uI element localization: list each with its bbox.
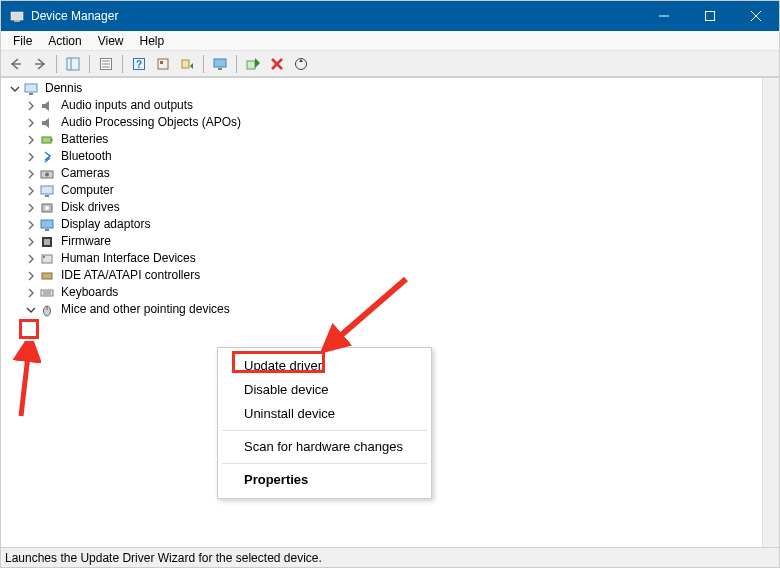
chevron-right-icon[interactable] — [23, 268, 39, 284]
ctx-properties[interactable]: Properties — [220, 468, 429, 492]
battery-icon — [39, 132, 55, 148]
ctx-uninstall-device[interactable]: Uninstall device — [220, 402, 429, 426]
tree-category-9[interactable]: Human Interface Devices — [5, 250, 779, 267]
tree-category-1[interactable]: Audio Processing Objects (APOs) — [5, 114, 779, 131]
chevron-right-icon[interactable] — [23, 251, 39, 267]
svg-rect-6 — [12, 63, 21, 64]
svg-rect-0 — [11, 12, 23, 20]
tree-category-label: Audio Processing Objects (APOs) — [59, 114, 243, 131]
svg-rect-19 — [214, 59, 226, 67]
chevron-right-icon[interactable] — [23, 234, 39, 250]
svg-rect-8 — [67, 58, 79, 70]
tree-category-label: Firmware — [59, 233, 113, 250]
device-manager-icon — [9, 8, 25, 24]
context-menu: Update driver Disable device Uninstall d… — [217, 347, 432, 499]
menu-action[interactable]: Action — [40, 32, 89, 50]
svg-rect-18 — [182, 60, 189, 68]
svg-rect-27 — [42, 137, 51, 143]
chevron-down-icon[interactable] — [7, 81, 23, 97]
chevron-right-icon[interactable] — [23, 285, 39, 301]
chevron-right-icon[interactable] — [23, 217, 39, 233]
svg-rect-28 — [51, 138, 53, 141]
chevron-down-icon[interactable] — [23, 302, 39, 318]
svg-rect-32 — [45, 195, 49, 197]
titlebar: Device Manager — [1, 1, 779, 31]
toolbar: ? — [1, 51, 779, 77]
svg-rect-21 — [247, 61, 255, 69]
tree-category-11[interactable]: Keyboards — [5, 284, 779, 301]
tree-category-12[interactable]: Mice and other pointing devices — [5, 301, 779, 318]
tree-category-2[interactable]: Batteries — [5, 131, 779, 148]
mouse-icon — [39, 302, 55, 318]
tree-category-label: IDE ATA/ATAPI controllers — [59, 267, 202, 284]
monitor-action-button[interactable] — [209, 53, 231, 75]
tree-category-3[interactable]: Bluetooth — [5, 148, 779, 165]
tree-category-label: Audio inputs and outputs — [59, 97, 195, 114]
tree-category-4[interactable]: Cameras — [5, 165, 779, 182]
audio-icon — [39, 115, 55, 131]
bluetooth-icon — [39, 149, 55, 165]
nav-back-button[interactable] — [5, 53, 27, 75]
maximize-button[interactable] — [687, 1, 733, 31]
scan-hardware-button[interactable] — [290, 53, 312, 75]
tree-category-5[interactable]: Computer — [5, 182, 779, 199]
tree-root-label: Dennis — [43, 80, 84, 97]
ctx-disable-device[interactable]: Disable device — [220, 378, 429, 402]
svg-rect-17 — [160, 61, 163, 64]
tree-category-0[interactable]: Audio inputs and outputs — [5, 97, 779, 114]
nav-forward-button[interactable] — [29, 53, 51, 75]
camera-icon — [39, 166, 55, 182]
tree-category-label: Batteries — [59, 131, 110, 148]
status-bar: Launches the Update Driver Wizard for th… — [1, 547, 779, 567]
chevron-right-icon[interactable] — [23, 115, 39, 131]
tree-category-8[interactable]: Firmware — [5, 233, 779, 250]
computer-icon — [23, 81, 39, 97]
computer-icon — [39, 183, 55, 199]
properties-button[interactable] — [95, 53, 117, 75]
svg-rect-31 — [41, 186, 53, 194]
chevron-right-icon[interactable] — [23, 166, 39, 182]
menubar: File Action View Help — [1, 31, 779, 51]
device-tree[interactable]: DennisAudio inputs and outputsAudio Proc… — [1, 78, 779, 320]
tree-category-label: Computer — [59, 182, 116, 199]
menu-view[interactable]: View — [90, 32, 132, 50]
enable-device-button[interactable] — [242, 53, 264, 75]
tree-root-node[interactable]: Dennis — [5, 80, 779, 97]
chevron-right-icon[interactable] — [23, 98, 39, 114]
ctx-update-driver[interactable]: Update driver — [220, 354, 429, 378]
svg-rect-38 — [44, 239, 50, 245]
tree-category-label: Cameras — [59, 165, 112, 182]
chevron-right-icon[interactable] — [23, 149, 39, 165]
audio-icon — [39, 98, 55, 114]
action-1-button[interactable] — [152, 53, 174, 75]
tree-category-label: Bluetooth — [59, 148, 114, 165]
svg-rect-42 — [41, 290, 53, 296]
close-button[interactable] — [733, 1, 779, 31]
tree-category-label: Human Interface Devices — [59, 250, 198, 267]
chevron-right-icon[interactable] — [23, 183, 39, 199]
minimize-button[interactable] — [641, 1, 687, 31]
window-title: Device Manager — [31, 9, 118, 23]
tree-category-label: Disk drives — [59, 199, 122, 216]
hid-icon — [39, 251, 55, 267]
tree-category-7[interactable]: Display adaptors — [5, 216, 779, 233]
uninstall-device-button[interactable] — [266, 53, 288, 75]
menu-help[interactable]: Help — [132, 32, 173, 50]
tree-category-10[interactable]: IDE ATA/ATAPI controllers — [5, 267, 779, 284]
menu-file[interactable]: File — [5, 32, 40, 50]
chevron-right-icon[interactable] — [23, 132, 39, 148]
display-icon — [39, 217, 55, 233]
help-button[interactable]: ? — [128, 53, 150, 75]
tree-category-6[interactable]: Disk drives — [5, 199, 779, 216]
ctx-separator-1 — [222, 430, 427, 431]
tree-category-label: Display adaptors — [59, 216, 152, 233]
ctx-scan-hardware[interactable]: Scan for hardware changes — [220, 435, 429, 459]
show-hide-console-tree-button[interactable] — [62, 53, 84, 75]
ide-icon — [39, 268, 55, 284]
disk-icon — [39, 200, 55, 216]
tree-category-label: Keyboards — [59, 284, 120, 301]
keyboard-icon — [39, 285, 55, 301]
chevron-right-icon[interactable] — [23, 200, 39, 216]
svg-rect-3 — [706, 12, 715, 21]
update-driver-button[interactable] — [176, 53, 198, 75]
